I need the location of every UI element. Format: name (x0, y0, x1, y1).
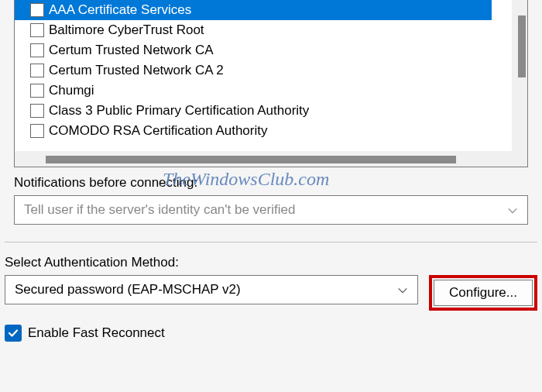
certificate-item[interactable]: Certum Trusted Network CA (15, 40, 527, 60)
certificate-checkbox[interactable] (30, 124, 44, 138)
auth-method-label: Select Authentication Method: (5, 255, 537, 270)
certificate-label: Class 3 Public Primary Certification Aut… (49, 103, 309, 119)
certificate-checkbox[interactable] (30, 3, 44, 17)
fast-reconnect-row: Enable Fast Reconnect (5, 325, 537, 342)
certificate-item[interactable]: Chumgi (15, 81, 527, 101)
configure-button-highlight: Configure... (429, 275, 537, 311)
certificate-checkbox[interactable] (30, 23, 44, 37)
vertical-scrollbar[interactable] (512, 0, 527, 167)
configure-button-label: Configure... (449, 285, 517, 301)
certificate-item[interactable]: COMODO RSA Certification Authority (15, 121, 527, 141)
configure-button[interactable]: Configure... (434, 280, 533, 306)
horizontal-scrollbar[interactable] (15, 151, 512, 167)
certificate-label: Baltimore CyberTrust Root (49, 22, 204, 38)
fast-reconnect-label: Enable Fast Reconnect (28, 325, 165, 341)
certificate-item[interactable]: Baltimore CyberTrust Root (15, 20, 527, 40)
certificate-checkbox[interactable] (30, 43, 44, 57)
certificate-item[interactable]: Certum Trusted Network CA 2 (15, 60, 527, 81)
notifications-dropdown-value: Tell user if the server's identity can't… (24, 202, 295, 218)
vertical-scrollbar-thumb[interactable] (518, 15, 526, 77)
auth-method-dropdown[interactable]: Secured password (EAP-MSCHAP v2) (5, 275, 418, 304)
notifications-dropdown[interactable]: Tell user if the server's identity can't… (14, 195, 528, 225)
notifications-label: Notifications before connecting: (14, 175, 528, 191)
certificate-label: COMODO RSA Certification Authority (49, 123, 267, 139)
fast-reconnect-checkbox[interactable] (5, 325, 22, 342)
chevron-down-icon (507, 205, 518, 215)
certificate-item[interactable]: Class 3 Public Primary Certification Aut… (15, 101, 527, 121)
auth-method-dropdown-value: Secured password (EAP-MSCHAP v2) (15, 282, 241, 297)
certificate-checkbox[interactable] (30, 64, 44, 77)
certificate-list[interactable]: AAA Certificate ServicesBaltimore CyberT… (14, 0, 528, 167)
horizontal-scrollbar-thumb[interactable] (46, 156, 456, 163)
certificate-item[interactable]: AAA Certificate Services (15, 0, 492, 20)
section-divider (5, 242, 537, 242)
certificate-label: Chumgi (49, 83, 94, 98)
chevron-down-icon (397, 284, 408, 295)
certificate-label: AAA Certificate Services (49, 2, 191, 18)
certificate-checkbox[interactable] (30, 84, 44, 98)
certificate-label: Certum Trusted Network CA (49, 43, 214, 58)
certificate-checkbox[interactable] (30, 104, 44, 118)
certificate-label: Certum Trusted Network CA 2 (49, 63, 224, 78)
